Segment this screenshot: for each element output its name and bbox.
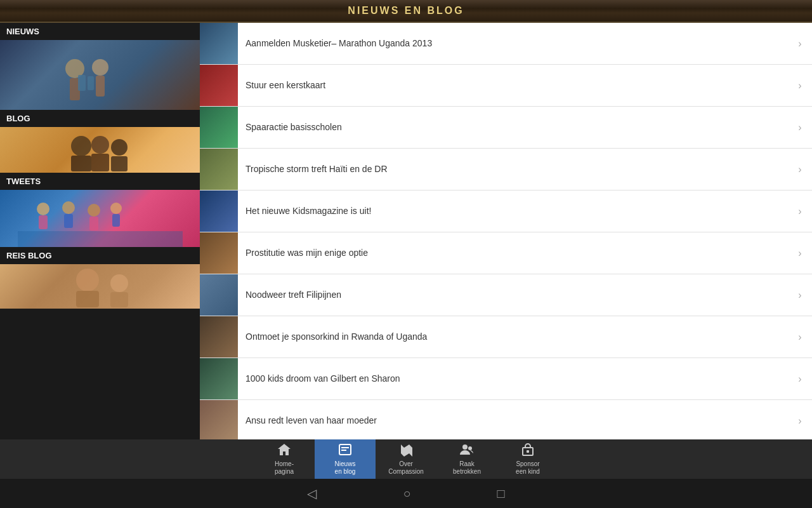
sidebar-section-blog[interactable]: BLOG bbox=[0, 110, 200, 173]
svg-rect-31 bbox=[527, 450, 529, 453]
news-thumb bbox=[200, 190, 238, 232]
news-list-item[interactable]: Noodweer treft Filipijnen › bbox=[200, 274, 812, 316]
svg-rect-22 bbox=[76, 291, 99, 307]
sidebar-image-nieuws bbox=[0, 40, 200, 110]
android-nav-bar: ◁ ○ □ bbox=[0, 479, 812, 508]
app-header: NIEUWS EN BLOG bbox=[0, 0, 812, 23]
nav-label-home: Home-pagina bbox=[275, 460, 294, 476]
nav-item-nieuws[interactable]: Nieuwsen blog bbox=[315, 439, 376, 479]
chevron-right-icon: › bbox=[793, 38, 812, 50]
news-thumb bbox=[200, 23, 238, 64]
svg-rect-15 bbox=[64, 214, 73, 228]
chevron-right-icon: › bbox=[793, 290, 812, 301]
news-thumb bbox=[200, 358, 238, 399]
news-list-item[interactable]: Tropische storm treft Haïti en de DR › bbox=[200, 149, 812, 190]
sidebar-label-tweets: TWEETS bbox=[0, 173, 200, 190]
news-thumb bbox=[200, 400, 238, 439]
svg-point-7 bbox=[91, 136, 109, 154]
svg-point-29 bbox=[468, 446, 472, 450]
sidebar: NIEUWS BLOG bbox=[0, 23, 200, 439]
home-button[interactable]: ○ bbox=[398, 481, 416, 506]
svg-rect-24 bbox=[110, 292, 128, 307]
news-thumb bbox=[200, 149, 238, 190]
sidebar-section-reisblog[interactable]: REIS BLOG bbox=[0, 247, 200, 309]
svg-rect-9 bbox=[71, 156, 91, 171]
news-item-title: Noodweer treft Filipijnen bbox=[238, 284, 793, 305]
svg-rect-4 bbox=[78, 75, 86, 91]
svg-rect-3 bbox=[96, 76, 105, 97]
sidebar-image-reisblog bbox=[0, 264, 200, 309]
svg-point-23 bbox=[110, 274, 128, 292]
svg-rect-27 bbox=[341, 450, 346, 451]
svg-point-6 bbox=[71, 136, 91, 156]
news-list-item[interactable]: Het nieuwe Kidsmagazine is uit! › bbox=[200, 190, 812, 232]
news-list-item[interactable]: Aanmelden Musketier– Marathon Uganda 201… bbox=[200, 23, 812, 65]
sidebar-image-tweets bbox=[0, 190, 200, 247]
news-item-title: Het nieuwe Kidsmagazine is uit! bbox=[238, 200, 793, 222]
svg-point-14 bbox=[62, 201, 75, 214]
news-list-item[interactable]: Spaaractie basisscholen › bbox=[200, 107, 812, 149]
chevron-right-icon: › bbox=[793, 331, 812, 343]
nav-icon-home bbox=[277, 443, 292, 459]
svg-point-28 bbox=[462, 444, 468, 450]
nav-icon-betrokken bbox=[459, 443, 475, 459]
news-thumb bbox=[200, 65, 238, 106]
nav-label-betrokken: Raakbetrokken bbox=[453, 460, 481, 476]
recent-button[interactable]: □ bbox=[492, 481, 510, 506]
news-list-item[interactable]: Ansu redt leven van haar moeder › bbox=[200, 400, 812, 439]
news-thumb bbox=[200, 107, 238, 148]
sidebar-label-blog: BLOG bbox=[0, 110, 200, 127]
sidebar-section-nieuws[interactable]: NIEUWS bbox=[0, 23, 200, 110]
sidebar-image-blog bbox=[0, 127, 200, 173]
svg-point-8 bbox=[111, 139, 128, 156]
svg-rect-17 bbox=[89, 217, 98, 231]
news-item-title: Aanmelden Musketier– Marathon Uganda 201… bbox=[238, 32, 793, 54]
news-item-title: Stuur een kerstkaart bbox=[238, 74, 793, 96]
chevron-right-icon: › bbox=[793, 164, 812, 175]
chevron-right-icon: › bbox=[793, 122, 812, 133]
chevron-right-icon: › bbox=[793, 248, 812, 259]
news-thumb bbox=[200, 274, 238, 316]
nav-label-nieuws: Nieuwsen blog bbox=[335, 460, 356, 476]
chevron-right-icon: › bbox=[793, 415, 812, 427]
news-thumb bbox=[200, 232, 238, 274]
nav-item-compassion[interactable]: OverCompassion bbox=[376, 439, 436, 479]
news-item-title: Spaaractie basisscholen bbox=[238, 116, 793, 138]
news-item-title: Tropische storm treft Haïti en de DR bbox=[238, 158, 793, 180]
news-item-title: Prostitutie was mijn enige optie bbox=[238, 242, 793, 264]
news-list-item[interactable]: Ontmoet je sponsorkind in Rwanda of Ugan… bbox=[200, 316, 812, 358]
news-list-item[interactable]: Prostitutie was mijn enige optie › bbox=[200, 232, 812, 274]
nav-item-betrokken[interactable]: Raakbetrokken bbox=[436, 439, 497, 479]
svg-point-12 bbox=[37, 203, 49, 215]
sidebar-section-tweets[interactable]: TWEETS bbox=[0, 173, 200, 247]
svg-rect-10 bbox=[91, 154, 109, 171]
svg-rect-20 bbox=[18, 231, 183, 247]
chevron-right-icon: › bbox=[793, 80, 812, 91]
nav-icon-compassion bbox=[398, 443, 414, 459]
news-list-item[interactable]: 1000 kids droom van Gilbert en Sharon › bbox=[200, 358, 812, 400]
page-title: NIEUWS EN BLOG bbox=[348, 5, 464, 17]
news-item-title: Ontmoet je sponsorkind in Rwanda of Ugan… bbox=[238, 326, 793, 347]
main-content: NIEUWS BLOG bbox=[0, 23, 812, 439]
svg-rect-5 bbox=[88, 76, 94, 90]
svg-rect-11 bbox=[111, 156, 128, 171]
nav-item-sponsor[interactable]: Sponsoreen kind bbox=[497, 439, 558, 479]
svg-point-21 bbox=[76, 269, 99, 291]
svg-rect-13 bbox=[39, 215, 48, 229]
back-button[interactable]: ◁ bbox=[302, 481, 322, 506]
nav-label-compassion: OverCompassion bbox=[388, 460, 424, 476]
bottom-nav: Home-pagina Nieuwsen blog OverCompassion… bbox=[0, 439, 812, 479]
svg-rect-26 bbox=[341, 447, 349, 448]
sidebar-label-reisblog: REIS BLOG bbox=[0, 247, 200, 264]
nav-icon-nieuws bbox=[337, 443, 353, 459]
nav-label-sponsor: Sponsoreen kind bbox=[516, 460, 540, 476]
news-list: Aanmelden Musketier– Marathon Uganda 201… bbox=[200, 23, 812, 439]
nav-icon-sponsor bbox=[520, 443, 535, 459]
chevron-right-icon: › bbox=[793, 373, 812, 385]
news-thumb bbox=[200, 316, 238, 358]
news-item-title: Ansu redt leven van haar moeder bbox=[238, 410, 793, 431]
svg-point-18 bbox=[110, 203, 122, 214]
svg-point-16 bbox=[88, 204, 100, 217]
nav-item-home[interactable]: Home-pagina bbox=[254, 439, 315, 479]
news-list-item[interactable]: Stuur een kerstkaart › bbox=[200, 65, 812, 107]
